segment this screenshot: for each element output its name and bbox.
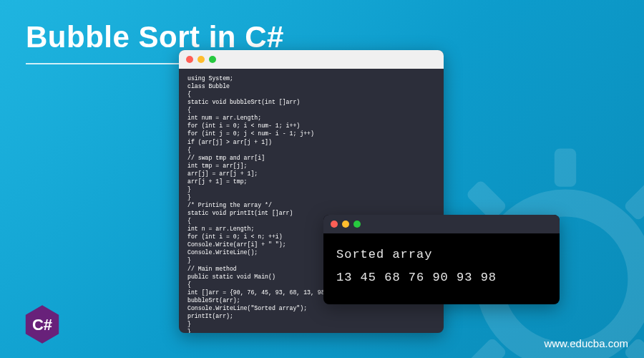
maximize-icon xyxy=(209,56,216,63)
output-line-1: Sorted array xyxy=(336,243,547,266)
maximize-icon xyxy=(353,221,361,228)
csharp-logo: C# xyxy=(21,304,63,345)
close-icon xyxy=(331,221,338,228)
minimize-icon xyxy=(197,56,205,63)
footer-url: www.educba.com xyxy=(544,337,628,349)
minimize-icon xyxy=(342,221,349,228)
output-line-2: 13 45 68 76 90 93 98 xyxy=(336,266,547,289)
window-chrome xyxy=(323,215,560,233)
page-title: Bubble Sort in C# xyxy=(26,20,284,54)
close-icon xyxy=(186,56,193,63)
csharp-badge-text: C# xyxy=(32,316,52,334)
svg-rect-1 xyxy=(555,149,576,187)
window-chrome xyxy=(179,50,444,69)
output-window: Sorted array 13 45 68 76 90 93 98 xyxy=(323,215,560,304)
output-content: Sorted array 13 45 68 76 90 93 98 xyxy=(323,233,560,300)
